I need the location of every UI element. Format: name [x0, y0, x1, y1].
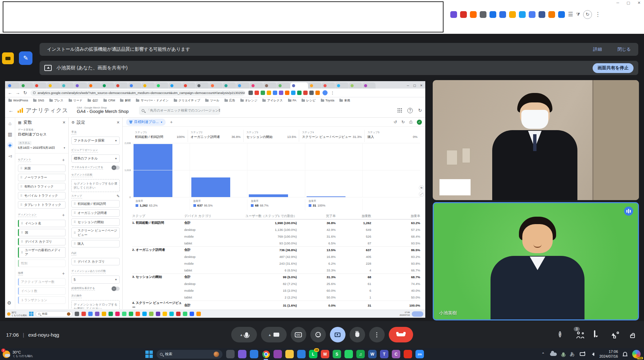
- shared-weather-widget[interactable]: 30°Cくもりのち晴れ: [7, 311, 27, 316]
- browser-extension-icon[interactable]: [470, 11, 477, 18]
- chip[interactable]: ⠿オーガニック訪問者: [71, 209, 120, 217]
- exploration-name[interactable]: 目標到達プロセス: [18, 132, 66, 137]
- app-mail[interactable]: M: [321, 350, 329, 358]
- screenshot-extension-icon[interactable]: [2, 52, 14, 64]
- toolbar-extension-icon[interactable]: [291, 91, 295, 95]
- chip[interactable]: ⠿購入: [71, 240, 120, 247]
- toolbar-extension-icon[interactable]: [285, 91, 289, 95]
- shared-taskbar-app-icon[interactable]: [115, 312, 120, 316]
- toolbar-extension-icon[interactable]: [248, 91, 253, 95]
- bookmark-item[interactable]: Toyota: [321, 99, 335, 102]
- bookmark-item[interactable]: プレス: [49, 98, 64, 103]
- weather-widget[interactable]: 1 30°Cくもりのち晴れ: [3, 350, 53, 358]
- shared-taskbar-app-icon[interactable]: [163, 312, 167, 316]
- copy-chart-icon[interactable]: ⧉: [419, 185, 424, 190]
- funnel-bar[interactable]: [249, 194, 288, 197]
- browser-tab[interactable]: [33, 82, 47, 89]
- browser-kebab-icon[interactable]: ⋮: [330, 90, 335, 95]
- browser-tab[interactable]: [20, 82, 33, 89]
- browser-tab[interactable]: [308, 82, 321, 89]
- add-metric-icon[interactable]: ＋: [61, 270, 66, 277]
- tray-clock[interactable]: 17:06 2024/07/16: [599, 350, 618, 359]
- tray-chevron-icon[interactable]: ⌃: [542, 352, 545, 357]
- browser-extension-icon[interactable]: [480, 11, 486, 18]
- kebab-menu-icon[interactable]: ⋮: [595, 11, 601, 18]
- meeting-details-button[interactable]: i: [559, 331, 566, 338]
- funnel-bar[interactable]: [134, 144, 172, 197]
- shared-taskbar-app-icon[interactable]: [142, 312, 147, 316]
- shared-taskbar-app-icon[interactable]: [102, 312, 106, 316]
- camera-options-chevron-icon[interactable]: ▲: [268, 333, 271, 337]
- browser-extension-icon[interactable]: [460, 11, 467, 18]
- tray-mic-icon[interactable]: [562, 352, 565, 356]
- technique-dropdown[interactable]: ファネルデータ探索▼: [71, 137, 120, 145]
- apps-grid-icon[interactable]: [398, 108, 402, 113]
- app-line[interactable]: L39: [309, 350, 317, 358]
- nav-explore-icon[interactable]: ◈: [7, 142, 13, 148]
- shared-taskbar-app-icon[interactable]: [88, 312, 93, 316]
- browser-tab[interactable]: [169, 82, 182, 89]
- people-button[interactable]: [576, 331, 584, 338]
- breakdown-chip[interactable]: ⠿デバイス カテゴリ: [71, 258, 120, 265]
- add-segment-icon[interactable]: ＋: [61, 157, 66, 163]
- bookmark-item[interactable]: CRM: [103, 99, 115, 102]
- toolbar-extension-icon[interactable]: [273, 91, 277, 95]
- chip[interactable]: ⠿初回起動 / 初回訪問: [71, 200, 120, 208]
- app-teams[interactable]: T: [380, 350, 388, 358]
- minimize-button[interactable]: ─: [617, 1, 619, 5]
- activities-button[interactable]: [612, 331, 619, 338]
- bookmark-item[interactable]: アイレクス: [262, 98, 283, 103]
- browser-tab[interactable]: [236, 82, 249, 89]
- chip[interactable]: ⠿ユーザーの最初のメディア: [18, 247, 66, 258]
- account-refresh-icon[interactable]: ↻: [418, 108, 422, 113]
- chip[interactable]: ⠿デバイス カテゴリ: [18, 238, 66, 245]
- rows-per-dimension-dropdown[interactable]: 5▼: [71, 275, 120, 284]
- help-icon[interactable]: ?: [407, 108, 413, 113]
- app-chrome[interactable]: [262, 350, 270, 358]
- browser-extension-icon[interactable]: [450, 11, 457, 18]
- browser-tab[interactable]: [223, 82, 236, 89]
- ga-search-input[interactable]: 「先月のオーガニック検索でのコンバージョン数の傾向」と検索してみてく...: [139, 106, 220, 115]
- video-tile-remote[interactable]: [433, 80, 639, 200]
- table-row[interactable]: desktop487 (42.9%)16.8%40583.2%: [132, 253, 420, 260]
- toolbar-extension-icon[interactable]: [303, 91, 308, 95]
- settings-close-icon[interactable]: ✕: [117, 120, 120, 125]
- browser-tab[interactable]: [142, 82, 155, 89]
- browser-tab[interactable]: [250, 82, 263, 89]
- chip[interactable]: ⠿米国: [18, 165, 66, 172]
- back-icon[interactable]: ←: [8, 90, 12, 95]
- app-s[interactable]: S: [333, 350, 341, 358]
- chip[interactable]: ⠿イベント名: [18, 220, 66, 227]
- column-header[interactable]: ユーザー数（ステップ1 での割合）: [225, 214, 297, 218]
- dimension-dropzone[interactable]: ディメンションをドロップするか選択してください: [71, 300, 120, 309]
- toolbar-extension-icon[interactable]: [279, 91, 283, 95]
- more-options-button[interactable]: [369, 327, 385, 342]
- bookmark-item[interactable]: PA: [288, 99, 296, 102]
- mic-options-chevron-icon[interactable]: ▲: [240, 333, 243, 337]
- segment-dropzone[interactable]: セグメントをドロップするか選択してください: [71, 179, 120, 192]
- expand-chart-icon[interactable]: ⤢: [419, 192, 424, 197]
- chip[interactable]: ⠿国: [18, 229, 66, 236]
- shared-taskbar-app-icon[interactable]: [122, 312, 126, 316]
- table-row[interactable]: tablet93 (100.0%)6.5%8793.5%: [132, 240, 420, 246]
- browser-extension-icon[interactable]: [509, 11, 516, 18]
- column-header[interactable]: 放棄率: [371, 214, 420, 218]
- nav-home-icon[interactable]: ⌂: [7, 120, 13, 126]
- chip[interactable]: イベント数: [18, 287, 66, 295]
- host-controls-button[interactable]: [629, 331, 637, 338]
- admin-gear-icon[interactable]: ⚙: [7, 300, 11, 306]
- chip[interactable]: ⠿モバイル トラフィック: [18, 192, 66, 199]
- stop-share-button[interactable]: 画面共有を停止: [593, 63, 634, 73]
- browser-tab[interactable]: [335, 82, 349, 89]
- bookmark-item[interactable]: レシピ: [302, 98, 316, 103]
- toolbar-extension-icon[interactable]: [315, 91, 320, 95]
- elapsed-time-toggle[interactable]: [112, 287, 120, 291]
- nav-advertising-icon[interactable]: ◅: [7, 153, 13, 159]
- audio-level-indicator[interactable]: [624, 207, 633, 216]
- shared-taskbar-app-icon[interactable]: [196, 312, 201, 316]
- shared-taskbar-app-icon[interactable]: [190, 312, 194, 316]
- browser-tab[interactable]: [209, 82, 222, 89]
- app-music[interactable]: [273, 350, 282, 358]
- table-row[interactable]: mobile15 (2.0%)60.0%640.0%: [132, 287, 420, 294]
- date-range-selector[interactable]: 5月16日～2023年5月16日 ▼: [18, 146, 66, 150]
